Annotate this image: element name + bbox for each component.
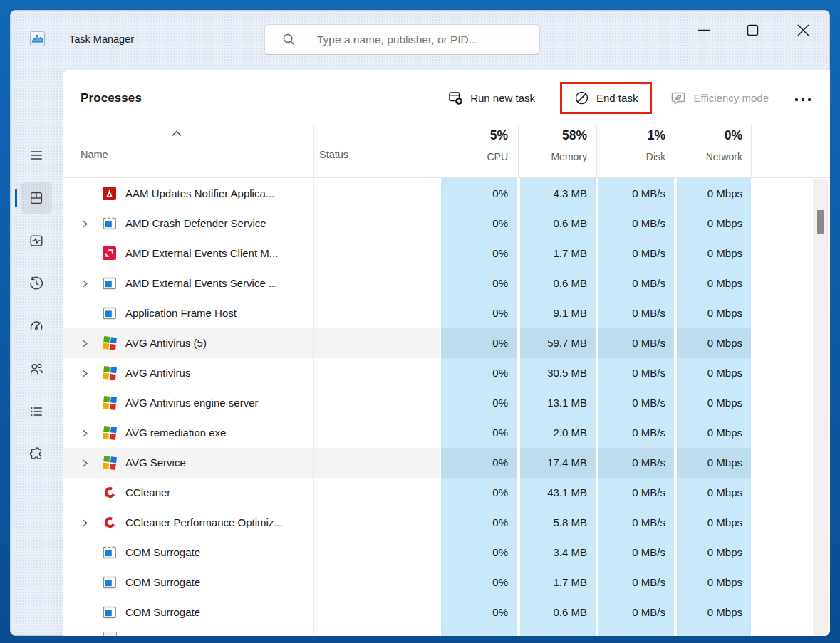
- network-total-value: 0%: [675, 128, 742, 143]
- name-status-column-divider: [313, 125, 314, 636]
- cell-memory: 2.0 MB: [520, 418, 596, 448]
- cell-disk: 0 MB/s: [598, 268, 674, 298]
- end-task-button[interactable]: End task: [573, 88, 639, 108]
- app-history-icon: [28, 276, 44, 291]
- cell-memory: 9.1 MB: [520, 298, 596, 328]
- column-header-memory[interactable]: 58% Memory: [519, 128, 596, 177]
- table-row[interactable]: CCleaner Performance Optimiz... 0% 5.8 M…: [63, 508, 813, 538]
- titlebar: Task Manager: [10, 10, 830, 70]
- cell-cpu: 0%: [441, 358, 517, 388]
- partially-visible-row[interactable]: [63, 627, 813, 636]
- table-row[interactable]: COM Surrogate 0% 3.4 MB 0 MB/s 0 Mbps: [63, 538, 813, 568]
- table-row[interactable]: AVG Service 0% 17.4 MB 0 MB/s 0 Mbps: [63, 448, 813, 478]
- end-task-icon: [574, 90, 589, 105]
- cell-network: 0 Mbps: [677, 298, 751, 328]
- table-row[interactable]: COM Surrogate 0% 1.7 MB 0 MB/s 0 Mbps: [63, 568, 813, 597]
- cell-status: [319, 448, 433, 478]
- sidebar-item-processes[interactable]: [22, 184, 51, 212]
- table-row[interactable]: AMD External Events Client M... 0% 1.7 M…: [63, 239, 813, 268]
- efficiency-mode-button[interactable]: Efficiency mode: [663, 84, 776, 113]
- column-header-network[interactable]: 0% Network: [675, 128, 751, 177]
- maximize-button[interactable]: [736, 16, 769, 44]
- cell-network: 0 Mbps: [677, 209, 751, 239]
- table-row[interactable]: AVG Antivirus engine server 0% 13.1 MB 0…: [63, 388, 813, 418]
- cell-disk: 0 MB/s: [598, 538, 674, 568]
- chevron-right-icon[interactable]: [81, 508, 89, 538]
- details-icon: [28, 404, 44, 419]
- cell-disk: 0 MB/s: [598, 568, 674, 597]
- close-button[interactable]: [787, 16, 819, 44]
- search-input[interactable]: [316, 33, 518, 47]
- ccleaner-icon: [103, 516, 117, 530]
- cell-memory: 0.6 MB: [520, 597, 596, 627]
- window-icon: [103, 306, 117, 320]
- search-box[interactable]: [264, 24, 540, 55]
- cell-memory: 30.5 MB: [520, 358, 596, 388]
- cell-network: 0 Mbps: [677, 508, 751, 538]
- window-title: Task Manager: [69, 33, 134, 45]
- cell-network: 0 Mbps: [677, 358, 751, 388]
- task-manager-window: Task Manager: [10, 10, 830, 636]
- process-name: Application Frame Host: [125, 298, 237, 328]
- cell-status: [319, 388, 433, 418]
- end-task-highlight-box: End task: [560, 82, 652, 114]
- cell-status: [319, 209, 433, 239]
- avg-icon: [103, 426, 117, 440]
- minimize-button[interactable]: [687, 16, 720, 44]
- network-column-label: Network: [675, 151, 742, 162]
- search-icon: [282, 33, 296, 46]
- column-header-disk[interactable]: 1% Disk: [597, 128, 674, 177]
- cell-cpu: 0%: [441, 328, 517, 358]
- chevron-right-icon[interactable]: [81, 209, 89, 239]
- column-header-name[interactable]: Name: [81, 149, 108, 160]
- adobe-icon: [103, 187, 117, 201]
- table-row[interactable]: Application Frame Host 0% 9.1 MB 0 MB/s …: [63, 298, 813, 328]
- table-row[interactable]: AMD Crash Defender Service 0% 0.6 MB 0 M…: [63, 209, 813, 239]
- cell-network: 0 Mbps: [677, 179, 751, 209]
- chevron-right-icon[interactable]: [81, 358, 89, 388]
- cell-memory: 0.6 MB: [520, 268, 596, 298]
- chevron-right-icon[interactable]: [81, 268, 89, 298]
- cell-network: 0 Mbps: [677, 538, 751, 568]
- ccleaner-icon: [103, 486, 117, 500]
- table-row[interactable]: COM Surrogate 0% 0.6 MB 0 MB/s 0 Mbps: [63, 597, 813, 627]
- process-name: AVG Service: [125, 448, 186, 478]
- more-options-button[interactable]: [789, 88, 817, 109]
- cell-status: [319, 508, 433, 538]
- process-name: CCleaner: [125, 478, 170, 508]
- column-header-status[interactable]: Status: [319, 149, 348, 160]
- hamburger-menu-icon: [28, 147, 44, 163]
- sidebar-item-users[interactable]: [22, 355, 51, 383]
- sidebar-item-performance[interactable]: [22, 226, 51, 255]
- table-row[interactable]: CCleaner 0% 43.1 MB 0 MB/s 0 Mbps: [63, 478, 813, 508]
- window-icon: [103, 545, 117, 560]
- sidebar-item-app-history[interactable]: [22, 269, 51, 298]
- table-row[interactable]: AMD External Events Service ... 0% 0.6 M…: [63, 268, 813, 298]
- maximize-icon: [746, 23, 759, 37]
- sidebar-item-startup-apps[interactable]: [22, 312, 51, 340]
- cell-disk: 0 MB/s: [598, 358, 674, 388]
- table-row[interactable]: AAM Updates Notifier Applica... 0% 4.3 M…: [63, 179, 813, 209]
- cell-memory: 59.7 MB: [520, 328, 596, 358]
- sidebar-menu-button[interactable]: [22, 141, 51, 169]
- sidebar-item-services[interactable]: [22, 440, 51, 469]
- vertical-scrollbar[interactable]: [813, 179, 828, 636]
- run-new-task-icon: [448, 90, 463, 105]
- chevron-right-icon[interactable]: [81, 418, 89, 448]
- sidebar-item-details[interactable]: [22, 397, 51, 426]
- scrollbar-thumb[interactable]: [817, 210, 824, 234]
- chevron-right-icon[interactable]: [81, 448, 89, 478]
- run-new-task-button[interactable]: Run new task: [441, 84, 542, 112]
- cell-memory: 1.7 MB: [520, 239, 596, 268]
- chevron-right-icon[interactable]: [81, 328, 89, 358]
- cell-status: [319, 239, 433, 268]
- table-row[interactable]: AVG Antivirus 0% 30.5 MB 0 MB/s 0 Mbps: [63, 358, 813, 388]
- process-name: AMD External Events Client M...: [125, 239, 278, 268]
- table-row[interactable]: AVG Antivirus (5) 0% 59.7 MB 0 MB/s 0 Mb…: [63, 328, 813, 358]
- processes-icon: [28, 190, 44, 206]
- sidebar-accent-bar: [15, 189, 17, 207]
- column-header-cpu[interactable]: 5% CPU: [440, 128, 517, 177]
- startup-apps-icon: [28, 318, 44, 334]
- window-icon: [103, 605, 117, 620]
- table-row[interactable]: AVG remediation exe 0% 2.0 MB 0 MB/s 0 M…: [63, 418, 813, 448]
